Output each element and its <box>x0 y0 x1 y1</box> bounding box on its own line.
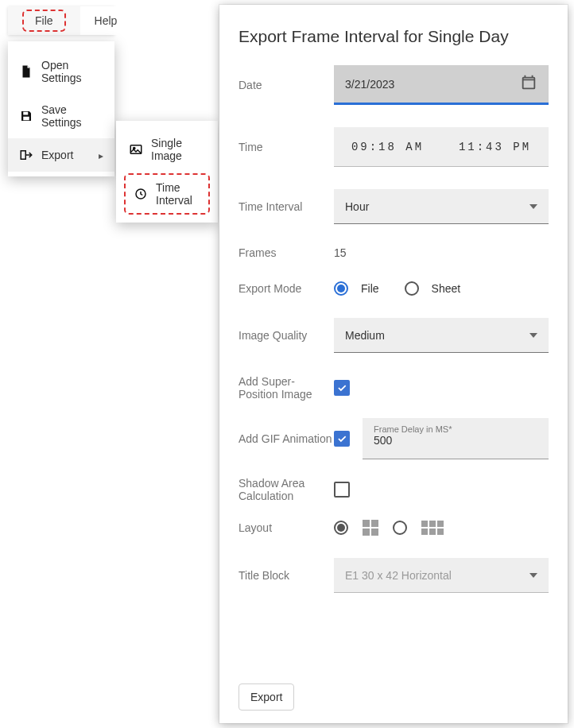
row-frames: Frames 15 <box>239 246 549 259</box>
row-export-mode: Export Mode File Sheet <box>239 281 549 296</box>
title-block-select[interactable]: E1 30 x 42 Horizontal <box>334 558 549 593</box>
radio-sheet-label: Sheet <box>432 282 461 295</box>
label-date: Date <box>239 79 334 91</box>
label-export-mode: Export Mode <box>239 282 334 295</box>
label-frames: Frames <box>239 246 334 259</box>
grid-3x2-icon <box>421 521 444 535</box>
row-superposition: Add Super-Position Image <box>239 375 549 401</box>
quality-value: Medium <box>345 329 385 342</box>
time-start: 09:18 AM <box>351 141 424 153</box>
row-time: Time 09:18 AM 11:43 PM <box>239 127 549 167</box>
layout-radio-single[interactable] <box>334 521 348 535</box>
chevron-down-icon <box>529 573 537 578</box>
radio-file[interactable] <box>334 281 348 296</box>
chevron-down-icon <box>529 333 537 338</box>
label-time-interval: Time Interval <box>239 200 334 213</box>
superposition-checkbox[interactable] <box>334 380 350 396</box>
frame-delay-label: Frame Delay in MS* <box>374 424 537 434</box>
image-icon <box>129 142 143 157</box>
document-icon <box>19 64 33 79</box>
quality-select[interactable]: Medium <box>334 318 549 353</box>
time-end: 11:43 PM <box>459 141 531 153</box>
svg-rect-0 <box>23 112 28 115</box>
label-layout: Layout <box>239 521 334 534</box>
menu-file-label: File <box>22 10 66 32</box>
label-title-block: Title Block <box>239 569 334 582</box>
frame-delay-value: 500 <box>374 434 537 447</box>
label-shadow: Shadow Area Calculation <box>239 477 334 502</box>
label-superposition: Add Super-Position Image <box>239 375 334 401</box>
export-icon <box>19 148 33 162</box>
export-panel: Export Frame Interval for Single Day Dat… <box>219 5 568 723</box>
chevron-right-icon <box>99 149 103 161</box>
time-input[interactable]: 09:18 AM 11:43 PM <box>334 127 549 167</box>
calendar-icon <box>520 74 537 94</box>
grid-2x2-icon <box>363 520 378 536</box>
menu-save-settings[interactable]: Save Settings <box>8 94 114 138</box>
panel-footer: Export <box>239 677 549 711</box>
svg-rect-2 <box>21 151 25 160</box>
clock-icon <box>134 187 148 201</box>
frame-delay-input[interactable]: Frame Delay in MS* 500 <box>363 418 549 459</box>
submenu-time-interval[interactable]: Time Interval <box>124 173 210 215</box>
row-date: Date 3/21/2023 <box>239 65 549 105</box>
row-shadow: Shadow Area Calculation <box>239 477 549 502</box>
row-gif: Add GIF Animation Frame Delay in MS* 500 <box>239 418 549 459</box>
submenu-single-image[interactable]: Single Image <box>116 127 218 172</box>
layout-radio-sheet[interactable] <box>393 521 407 535</box>
gif-checkbox[interactable] <box>334 431 350 447</box>
frames-value: 15 <box>334 246 347 259</box>
menubar: File Help <box>8 6 114 35</box>
title-block-value: E1 30 x 42 Horizontal <box>345 569 452 582</box>
shadow-checkbox[interactable] <box>334 482 350 498</box>
svg-rect-1 <box>23 117 29 121</box>
label-time: Time <box>239 141 334 153</box>
row-layout: Layout <box>239 520 549 536</box>
panel-title: Export Frame Interval for Single Day <box>239 27 549 46</box>
export-button[interactable]: Export <box>239 683 294 711</box>
interval-select[interactable]: Hour <box>334 189 549 224</box>
chevron-down-icon <box>529 204 537 209</box>
radio-sheet[interactable] <box>405 281 419 296</box>
date-value: 3/21/2023 <box>345 78 394 91</box>
save-icon <box>19 109 33 123</box>
interval-value: Hour <box>345 200 369 213</box>
label-image-quality: Image Quality <box>239 329 334 342</box>
row-image-quality: Image Quality Medium <box>239 318 549 353</box>
menu-export[interactable]: Export <box>8 138 114 172</box>
menu-help[interactable]: Help <box>80 6 132 35</box>
date-input[interactable]: 3/21/2023 <box>334 65 549 105</box>
menu-file[interactable]: File <box>8 6 80 35</box>
label-gif: Add GIF Animation <box>239 432 334 445</box>
file-dropdown: Open Settings Save Settings Export <box>8 41 114 176</box>
row-time-interval: Time Interval Hour <box>239 189 549 224</box>
radio-file-label: File <box>361 282 379 295</box>
row-title-block: Title Block E1 30 x 42 Horizontal <box>239 558 549 593</box>
menu-open-settings[interactable]: Open Settings <box>8 49 114 94</box>
export-submenu: Single Image Time Interval <box>116 121 218 223</box>
